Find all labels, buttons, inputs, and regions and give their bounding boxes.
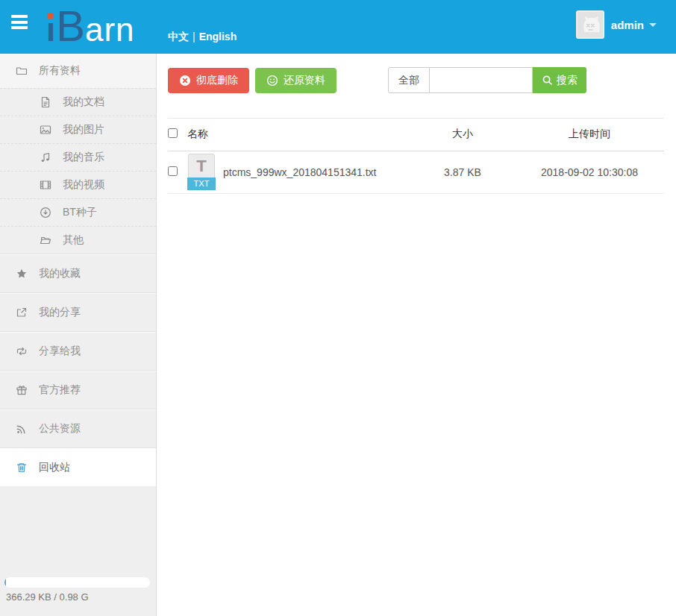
star-icon bbox=[15, 268, 28, 280]
storage-progress-fill bbox=[4, 577, 6, 588]
storage-progress-bar bbox=[4, 577, 150, 588]
search-bar: 全部 搜索 bbox=[388, 67, 586, 93]
sidebar-item-public-resources[interactable]: 公共资源 bbox=[0, 409, 156, 447]
document-icon bbox=[39, 96, 52, 108]
storage-usage: 366.29 KB / 0.98 G bbox=[4, 577, 150, 603]
table-header-row: 名称 大小 上传时间 bbox=[168, 119, 664, 151]
column-header-size: 大小 bbox=[410, 119, 515, 151]
rss-icon bbox=[15, 423, 28, 435]
gift-icon bbox=[15, 384, 28, 396]
storage-usage-label: 366.29 KB / 0.98 G bbox=[4, 591, 150, 603]
image-icon bbox=[39, 124, 52, 136]
lang-zh-link[interactable]: 中文 bbox=[168, 31, 189, 43]
sidebar-item-official-recommend[interactable]: 官方推荐 bbox=[0, 370, 156, 409]
caret-down-icon bbox=[649, 23, 657, 27]
sidebar-item-shared-with-me[interactable]: 分享给我 bbox=[0, 331, 156, 370]
trash-icon bbox=[15, 462, 28, 474]
file-name-cell: T TXT ptcms_999wx_201804151341.txt bbox=[187, 154, 410, 190]
sidebar-item-label: 我的收藏 bbox=[39, 267, 81, 280]
folder-icon bbox=[15, 65, 28, 77]
logo-letter-i: ı bbox=[46, 5, 55, 54]
folder-open-icon bbox=[39, 234, 52, 246]
language-switcher: 中文|English bbox=[168, 31, 237, 44]
menu-toggle-icon[interactable] bbox=[11, 15, 28, 29]
sidebar-item-my-docs[interactable]: 我的文档 bbox=[0, 88, 156, 116]
sidebar-item-my-videos[interactable]: 我的视频 bbox=[0, 171, 156, 198]
search-button[interactable]: 搜索 bbox=[533, 67, 586, 93]
column-header-name: 名称 bbox=[187, 119, 410, 151]
select-all-checkbox[interactable] bbox=[168, 128, 178, 138]
search-input[interactable] bbox=[430, 67, 533, 93]
sidebar-item-all-files[interactable]: 所有资料 bbox=[0, 54, 156, 88]
file-name-link[interactable]: ptcms_999wx_201804151341.txt bbox=[223, 166, 376, 178]
user-menu[interactable]: admin bbox=[576, 10, 657, 39]
sidebar-item-label: 我的分享 bbox=[39, 306, 81, 319]
sidebar-item-my-images[interactable]: 我的图片 bbox=[0, 116, 156, 143]
file-table: 名称 大小 上传时间 T TXT bbox=[168, 118, 664, 194]
cat-avatar-icon bbox=[578, 12, 603, 37]
username-label: admin bbox=[611, 19, 644, 31]
lang-en-link[interactable]: English bbox=[199, 31, 237, 43]
main-content: 彻底删除 还原资料 全部 搜索 名称 bbox=[157, 54, 676, 616]
sidebar-item-my-favorites[interactable]: 我的收藏 bbox=[0, 254, 156, 292]
file-ext-badge: TXT bbox=[187, 177, 216, 190]
search-icon bbox=[542, 75, 553, 86]
app-logo[interactable]: ıBarn bbox=[46, 1, 135, 51]
restore-button[interactable]: 还原资料 bbox=[255, 68, 337, 93]
delete-forever-button[interactable]: 彻底删除 bbox=[168, 68, 249, 93]
sidebar-item-label: 我的视频 bbox=[63, 178, 104, 192]
toolbar: 彻底删除 还原资料 全部 搜索 bbox=[168, 67, 664, 93]
lang-separator: | bbox=[193, 31, 195, 43]
app-header: ıBarn 中文|English admin bbox=[0, 0, 676, 54]
search-button-label: 搜索 bbox=[557, 74, 578, 87]
sidebar-item-label: 我的文档 bbox=[63, 95, 104, 109]
download-circle-icon bbox=[39, 207, 52, 219]
sidebar-item-my-music[interactable]: 我的音乐 bbox=[0, 143, 156, 171]
sidebar-item-label: 公共资源 bbox=[39, 422, 81, 436]
music-icon bbox=[39, 151, 52, 163]
sidebar: 所有资料 我的文档 我的图片 我的音乐 我的视频 BT种子 bbox=[0, 54, 157, 616]
avatar bbox=[576, 10, 604, 39]
restore-label: 还原资料 bbox=[284, 74, 325, 87]
txt-file-icon: T TXT bbox=[187, 154, 216, 190]
sidebar-item-label: BT种子 bbox=[63, 206, 97, 219]
sidebar-item-label: 我的音乐 bbox=[63, 151, 104, 164]
sidebar-item-label: 其他 bbox=[63, 233, 84, 247]
logo-letter-b: B bbox=[56, 1, 85, 51]
retweet-icon bbox=[15, 345, 28, 357]
file-size: 3.87 KB bbox=[410, 151, 515, 193]
sidebar-item-label: 分享给我 bbox=[39, 345, 81, 358]
sidebar-item-recycle-bin[interactable]: 回收站 bbox=[0, 447, 156, 486]
logo-letters-arn: arn bbox=[85, 5, 135, 54]
sidebar-item-label: 官方推荐 bbox=[39, 383, 81, 397]
smiley-icon bbox=[266, 75, 278, 87]
sidebar-item-label: 回收站 bbox=[39, 461, 70, 474]
sidebar-item-label: 我的图片 bbox=[63, 123, 104, 136]
sidebar-item-bt-seeds[interactable]: BT种子 bbox=[0, 198, 156, 226]
column-header-time: 上传时间 bbox=[515, 119, 664, 151]
search-filter-dropdown[interactable]: 全部 bbox=[388, 67, 430, 93]
film-icon bbox=[39, 179, 52, 191]
file-upload-time: 2018-09-02 10:30:08 bbox=[515, 151, 664, 193]
sidebar-item-label: 所有资料 bbox=[39, 64, 81, 78]
sidebar-item-others[interactable]: 其他 bbox=[0, 226, 156, 254]
table-row: T TXT ptcms_999wx_201804151341.txt 3.87 … bbox=[168, 151, 664, 193]
delete-forever-label: 彻底删除 bbox=[196, 74, 238, 87]
row-checkbox[interactable] bbox=[168, 166, 178, 176]
x-circle-icon bbox=[179, 75, 191, 87]
share-icon bbox=[15, 307, 28, 318]
sidebar-item-my-shares[interactable]: 我的分享 bbox=[0, 292, 156, 331]
